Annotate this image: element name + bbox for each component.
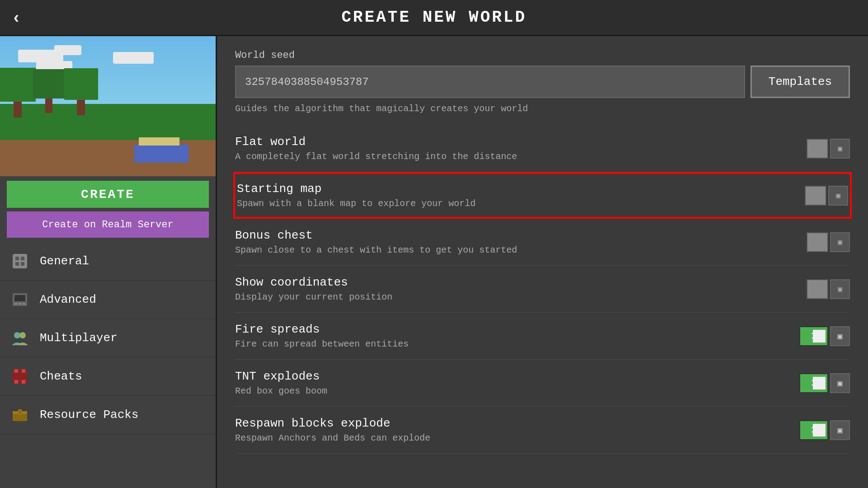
realm-button[interactable]: Create on Realm Server	[7, 211, 209, 238]
svg-rect-17	[18, 369, 22, 373]
sidebar-item-resource-packs[interactable]: Resource Packs	[0, 396, 216, 434]
cloud-2	[54, 45, 81, 55]
show-coordinates-info-btn[interactable]: ▣	[830, 279, 850, 299]
setting-name-show-coordinates: Show coordinates	[235, 276, 807, 289]
bonus-chest-toggle[interactable]: ▣	[807, 232, 850, 252]
fire-spreads-info-icon: ▣	[838, 331, 843, 341]
bonus-chest-checkbox[interactable]	[807, 232, 828, 252]
setting-name-bonus-chest: Bonus chest	[235, 229, 807, 242]
setting-info-bonus-chest: Bonus chest Spawn close to a chest with …	[235, 229, 807, 255]
setting-starting-map: Starting map Spawn with a blank map to e…	[233, 172, 852, 219]
info-icon: ▣	[838, 144, 842, 153]
multiplayer-icon	[9, 327, 31, 349]
tree-1	[14, 95, 22, 117]
tnt-explodes-info-icon: ▣	[838, 378, 843, 388]
setting-info-fire-spreads: Fire spreads Fire can spread between ent…	[235, 323, 799, 349]
setting-desc-starting-map: Spawn with a blank map to explore your w…	[237, 198, 805, 209]
svg-rect-15	[14, 380, 18, 384]
info-icon-2: ▣	[836, 191, 840, 200]
world-preview	[0, 36, 216, 176]
svg-rect-14	[22, 369, 25, 373]
setting-fire-spreads: Fire spreads Fire can spread between ent…	[235, 313, 850, 360]
svg-rect-9	[23, 303, 25, 305]
setting-desc-flat-world: A completely flat world stretching into …	[235, 151, 807, 162]
seed-input[interactable]	[235, 66, 745, 98]
flat-world-toggle[interactable]: ▣	[807, 139, 850, 159]
setting-bonus-chest: Bonus chest Spawn close to a chest with …	[235, 219, 850, 266]
svg-rect-22	[19, 410, 21, 414]
setting-show-coordinates: Show coordinates Display your current po…	[235, 266, 850, 313]
setting-desc-respawn-blocks: Respawn Anchors and Beds can explode	[235, 433, 799, 443]
respawn-blocks-switch[interactable]: I	[799, 420, 828, 440]
tnt-explodes-info-btn[interactable]: ▣	[830, 373, 850, 393]
sidebar-item-cheats[interactable]: Cheats	[0, 357, 216, 396]
setting-info-show-coordinates: Show coordinates Display your current po…	[235, 276, 807, 302]
sidebar-item-label-general: General	[40, 254, 89, 268]
flat-world-info-btn[interactable]: ▣	[830, 139, 850, 159]
svg-rect-0	[13, 254, 27, 268]
back-button[interactable]: ‹	[14, 8, 19, 27]
setting-info-tnt-explodes: TNT explodes Red box goes boom	[235, 370, 799, 396]
setting-name-fire-spreads: Fire spreads	[235, 323, 799, 336]
sidebar-item-general[interactable]: General	[0, 242, 216, 281]
svg-point-11	[19, 332, 26, 338]
nav-items: General Advanced	[0, 242, 216, 488]
advanced-icon	[9, 289, 31, 310]
tnt-explodes-toggle[interactable]: I ▣	[799, 373, 850, 393]
header: ‹ CREATE NEW WORLD	[0, 0, 868, 36]
starting-map-info-btn[interactable]: ▣	[828, 186, 848, 206]
page-title: CREATE NEW WORLD	[341, 8, 527, 27]
setting-desc-show-coordinates: Display your current position	[235, 292, 807, 302]
tree-3	[77, 94, 85, 115]
svg-rect-18	[18, 380, 22, 384]
setting-flat-world: Flat world A completely flat world stret…	[235, 125, 850, 172]
setting-info-starting-map: Starting map Spawn with a blank map to e…	[237, 182, 805, 209]
show-coordinates-checkbox[interactable]	[807, 279, 828, 299]
svg-rect-4	[21, 262, 24, 266]
respawn-blocks-info-icon: ▣	[838, 425, 843, 435]
respawn-blocks-info-btn[interactable]: ▣	[830, 420, 850, 440]
setting-name-flat-world: Flat world	[235, 135, 807, 149]
seed-row: Templates	[235, 66, 850, 98]
starting-map-toggle[interactable]: ▣	[805, 186, 848, 206]
svg-rect-1	[15, 257, 19, 260]
settings-list: Flat world A completely flat world stret…	[235, 125, 850, 454]
templates-button[interactable]: Templates	[750, 66, 850, 98]
tree-2	[45, 93, 52, 113]
seed-description: Guides the algorithm that magically crea…	[235, 103, 850, 114]
bonus-chest-info-btn[interactable]: ▣	[830, 232, 850, 252]
setting-desc-bonus-chest: Spawn close to a chest with items to get…	[235, 245, 807, 255]
svg-rect-13	[14, 369, 18, 373]
svg-rect-6	[14, 295, 25, 301]
flat-world-checkbox[interactable]	[807, 139, 828, 159]
cloud-4	[113, 52, 154, 64]
setting-info-respawn-blocks: Respawn blocks explode Respawn Anchors a…	[235, 417, 799, 443]
sidebar-item-label-advanced: Advanced	[40, 293, 96, 306]
main-content: World seed Templates Guides the algorith…	[217, 36, 868, 488]
fire-spreads-switch[interactable]: I	[799, 326, 828, 346]
fire-spreads-info-btn[interactable]: ▣	[830, 326, 850, 346]
svg-point-10	[14, 332, 20, 338]
starting-map-checkbox[interactable]	[805, 186, 826, 206]
sidebar-item-label-cheats: Cheats	[40, 370, 82, 383]
sidebar-item-advanced[interactable]: Advanced	[0, 281, 216, 319]
info-icon-4: ▣	[838, 285, 842, 294]
respawn-blocks-knob	[813, 424, 826, 436]
tnt-explodes-knob	[813, 377, 826, 389]
respawn-blocks-toggle[interactable]: I ▣	[799, 420, 850, 440]
svg-rect-16	[22, 380, 25, 384]
fire-spreads-knob	[813, 330, 826, 343]
show-coordinates-toggle[interactable]: ▣	[807, 279, 850, 299]
setting-name-respawn-blocks: Respawn blocks explode	[235, 417, 799, 430]
preview-water	[134, 145, 189, 163]
svg-rect-3	[15, 262, 19, 266]
create-button[interactable]: CREATE	[7, 181, 209, 208]
fire-spreads-toggle[interactable]: I ▣	[799, 326, 850, 346]
tnt-explodes-switch[interactable]: I	[799, 373, 828, 393]
preview-sand	[139, 137, 179, 145]
sidebar-item-multiplayer[interactable]: Multiplayer	[0, 319, 216, 357]
sidebar-item-label-resource-packs: Resource Packs	[40, 408, 138, 422]
setting-name-starting-map: Starting map	[237, 182, 805, 196]
svg-rect-2	[21, 257, 24, 260]
setting-name-tnt-explodes: TNT explodes	[235, 370, 799, 383]
